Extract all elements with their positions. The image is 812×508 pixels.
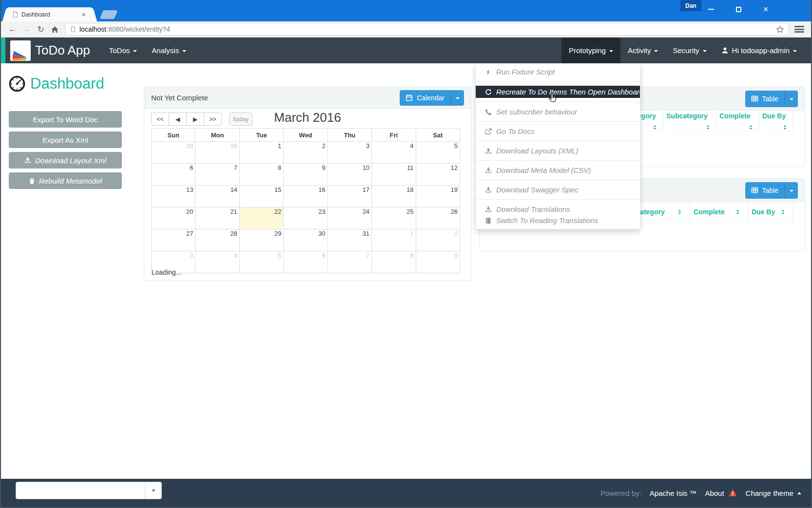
minimize-button[interactable]: [703, 3, 719, 16]
calendar-day-cell[interactable]: 8: [372, 251, 416, 273]
sidebar-button-rebuild-metamodel[interactable]: Rebuild Metamodel: [9, 172, 122, 189]
calendar-day-cell[interactable]: 24: [328, 207, 371, 229]
menu-item-download-translations[interactable]: Download Translations: [476, 204, 640, 215]
reload-icon[interactable]: ↻: [34, 23, 47, 36]
calendar-day-cell[interactable]: 14: [195, 186, 239, 207]
close-button[interactable]: ×: [757, 3, 774, 16]
app-logo[interactable]: [10, 40, 31, 61]
nav-item-hi-todoapp-admin[interactable]: Hi todoapp-admin: [714, 38, 804, 63]
calendar-day-cell[interactable]: 1: [372, 229, 416, 251]
menu-item-switch-to-reading-translations[interactable]: Switch To Reading Translations: [476, 215, 640, 226]
column-header-due-by[interactable]: Due By: [748, 202, 793, 222]
menu-item-download-swagger-spec[interactable]: Download Swagger Spec: [476, 184, 640, 195]
day-number: 29: [230, 142, 237, 150]
calendar-day-cell[interactable]: 9: [416, 251, 460, 273]
browser-menu-icon[interactable]: [794, 26, 804, 33]
calendar-day-cell[interactable]: 4: [372, 142, 416, 164]
day-number: 3: [190, 252, 193, 259]
calendar-day-cell[interactable]: 3: [328, 142, 371, 164]
change-theme-link[interactable]: Change theme: [746, 489, 801, 497]
calendar-week-row: 20212223242526: [152, 207, 460, 229]
calendar-day-cell[interactable]: 1: [239, 142, 283, 164]
calendar-day-cell[interactable]: 6: [152, 164, 195, 186]
sidebar-button-download-layout-xml[interactable]: Download Layout Xml: [9, 152, 122, 169]
calendar-day-cell[interactable]: 28: [195, 229, 239, 251]
day-number: 10: [363, 164, 369, 171]
new-tab-button[interactable]: [99, 10, 117, 19]
column-header-due-by[interactable]: Due By: [759, 111, 793, 131]
footer-combobox[interactable]: [16, 482, 162, 499]
nav-item-prototyping[interactable]: Prototyping: [561, 38, 620, 63]
table-view-button[interactable]: Table: [745, 182, 798, 199]
chevron-down-icon[interactable]: [784, 91, 798, 107]
nav-item-todos[interactable]: ToDos: [102, 38, 145, 63]
calendar-day-cell[interactable]: 17: [328, 186, 371, 207]
calendar-day-cell[interactable]: 21: [195, 207, 239, 229]
calendar-day-cell[interactable]: 8: [239, 164, 283, 186]
column-header-complete[interactable]: Complete: [690, 202, 748, 222]
tab-close-icon[interactable]: ×: [80, 11, 88, 19]
calendar-day-cell[interactable]: 15: [239, 186, 283, 207]
calendar-day-cell[interactable]: 10: [328, 164, 371, 186]
calendar-day-cell[interactable]: 2: [416, 229, 460, 251]
calendar-day-cell[interactable]: 20: [152, 207, 195, 229]
calendar-day-cell[interactable]: 5: [416, 142, 460, 164]
calendar-day-cell[interactable]: 13: [152, 186, 195, 207]
maximize-button[interactable]: [730, 3, 747, 16]
calendar-day-cell[interactable]: 12: [416, 164, 460, 186]
nav-item-activity[interactable]: Activity: [620, 38, 666, 63]
forward-icon[interactable]: →: [20, 23, 33, 36]
menu-item-set-subscriber-behaviour[interactable]: Set subscriber behaviour: [476, 106, 640, 117]
back-icon[interactable]: ←: [6, 23, 19, 36]
chevron-down-icon[interactable]: [450, 90, 464, 106]
home-icon[interactable]: [48, 23, 61, 36]
address-bar[interactable]: localhost:8080/wicket/entity?4: [65, 23, 789, 36]
calendar-day-cell[interactable]: 2: [284, 142, 328, 164]
calendar-day-cell[interactable]: 29: [195, 142, 239, 164]
menu-item-go-to-docs[interactable]: Go To Docs: [476, 126, 640, 137]
nav-item-analysis[interactable]: Analysis: [144, 38, 193, 63]
calendar-day-cell[interactable]: 6: [284, 251, 328, 273]
menu-divider: [476, 180, 640, 180]
browser-tab[interactable]: Dashboard ×: [8, 7, 92, 21]
apache-isis-link[interactable]: Apache Isis ™: [650, 489, 697, 497]
calendar-day-cell[interactable]: 26: [416, 207, 460, 229]
calendar-day-cell[interactable]: 27: [152, 229, 195, 251]
column-header-subcategory[interactable]: Subcategory: [663, 111, 716, 131]
calendar-day-cell[interactable]: 5: [239, 251, 283, 273]
menu-item-run-fixture-script[interactable]: Run Fixture Script: [476, 66, 640, 77]
day-number: 5: [278, 252, 281, 259]
about-link[interactable]: About: [705, 489, 737, 497]
calendar-day-cell[interactable]: 30: [284, 229, 328, 251]
calendar-view-button[interactable]: Calendar: [400, 90, 464, 106]
calendar-day-cell[interactable]: 25: [372, 207, 416, 229]
column-header-complete[interactable]: Complete: [716, 111, 759, 131]
combobox-value[interactable]: [16, 482, 145, 499]
calendar-day-cell[interactable]: 28: [152, 142, 195, 164]
sidebar-button-export-to-word-doc[interactable]: Export To Word Doc: [9, 111, 122, 128]
menu-item-download-layouts-xml[interactable]: Download Layouts (XML): [476, 145, 640, 156]
download-icon: [485, 187, 492, 193]
calendar-day-cell[interactable]: 11: [372, 164, 416, 186]
table-view-button[interactable]: Table: [745, 91, 798, 107]
calendar-day-cell[interactable]: 23: [284, 207, 328, 229]
calendar-day-cell[interactable]: 7: [195, 164, 239, 186]
chevron-down-icon[interactable]: [784, 182, 798, 199]
bookmark-star-icon[interactable]: [776, 25, 784, 34]
calendar-day-cell[interactable]: 18: [372, 186, 416, 207]
profile-badge[interactable]: Dan: [680, 0, 701, 11]
nav-item-security[interactable]: Security: [665, 38, 714, 63]
calendar-day-cell[interactable]: 16: [284, 186, 328, 207]
calendar-day-cell[interactable]: 9: [284, 164, 328, 186]
calendar-day-cell[interactable]: 22: [239, 207, 283, 229]
weekday-header: Sun: [152, 129, 195, 142]
calendar-day-cell[interactable]: 4: [195, 251, 239, 273]
menu-item-download-meta-model-csv[interactable]: Download Meta Model (CSV): [476, 165, 640, 176]
app-brand[interactable]: ToDo App: [35, 38, 90, 63]
calendar-day-cell[interactable]: 31: [328, 229, 371, 251]
chevron-down-icon[interactable]: [145, 482, 161, 499]
sidebar-button-export-as-xml[interactable]: Export As Xml: [9, 132, 122, 148]
calendar-day-cell[interactable]: 19: [416, 186, 460, 207]
calendar-day-cell[interactable]: 29: [239, 229, 283, 251]
calendar-day-cell[interactable]: 7: [328, 251, 371, 273]
